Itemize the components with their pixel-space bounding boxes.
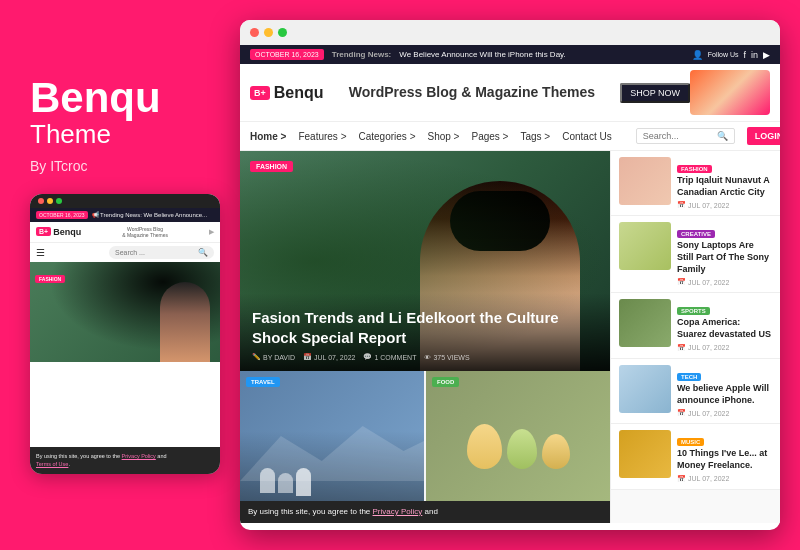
calendar-icon-3: 📅 xyxy=(677,409,686,417)
header-banner-graphic xyxy=(690,70,770,115)
mobile-header-icon: ▶ xyxy=(209,228,214,236)
sidebar-card-content-1: CREATIVE Sony Laptops Are Still Part Of … xyxy=(677,222,772,286)
hero-comments: 💬 1 COMMENT xyxy=(363,353,416,361)
mobile-hero-person xyxy=(160,282,210,362)
mobile-terms-link[interactable]: Terms of Use xyxy=(36,461,68,467)
calendar-icon-2: 📅 xyxy=(677,344,686,352)
sidebar-card-4[interactable]: MUSIC 10 Things I've Le... at Money Free… xyxy=(611,424,780,489)
hamburger-icon[interactable]: ☰ xyxy=(36,247,45,258)
articles-column: FASHION Fasion Trends and Li Edelkoort t… xyxy=(240,151,610,523)
news-ticker-bar: OCTOBER 16, 2023 Trending News: We Belie… xyxy=(240,45,780,64)
nav-search-box[interactable]: 🔍 xyxy=(636,128,735,144)
brand-subtitle: Theme xyxy=(30,119,240,150)
site-navigation: Home > Features > Categories > Shop > Pa… xyxy=(240,122,780,151)
nav-tags[interactable]: Tags > xyxy=(520,131,550,142)
site-logo-badge: B+ xyxy=(250,86,270,100)
mobile-cookie-bar: By using this site, you agree to the Pri… xyxy=(30,447,220,474)
browser-dot-yellow[interactable] xyxy=(264,28,273,37)
site-logo-name: Benqu xyxy=(274,84,324,102)
mobile-search-bar[interactable]: 🔍 xyxy=(109,246,214,259)
views-icon: 👁 xyxy=(424,354,431,361)
sidebar-card-date-2: 📅 JUL 07, 2022 xyxy=(677,344,772,352)
nav-features[interactable]: Features > xyxy=(298,131,346,142)
calendar-icon-1: 📅 xyxy=(677,278,686,286)
search-icon: 🔍 xyxy=(717,131,728,141)
mobile-privacy-link[interactable]: Privacy Policy xyxy=(122,453,156,459)
hero-author: ✏️ BY DAVID xyxy=(252,353,295,361)
main-content: FASHION Fasion Trends and Li Edelkoort t… xyxy=(240,151,780,523)
mobile-news-badge: OCTOBER 16, 2023 xyxy=(36,211,88,219)
mobile-logo-text: Benqu xyxy=(53,227,81,237)
site-header-center: WordPress Blog & Magazine Themes xyxy=(324,84,621,101)
nav-categories[interactable]: Categories > xyxy=(359,131,416,142)
hero-views: 👁 375 VIEWS xyxy=(424,354,469,361)
sidebar-card-0[interactable]: FASHION Trip Iqaluit Nunavut A Canadian … xyxy=(611,151,780,216)
hero-date: 📅 JUL 07, 2022 xyxy=(303,353,355,361)
sidebar-card-title-2: Copa America: Suarez devastated US xyxy=(677,317,772,340)
sidebar-cat-badge-4: MUSIC xyxy=(677,438,704,446)
sidebar-card-content-4: MUSIC 10 Things I've Le... at Money Free… xyxy=(677,430,772,482)
nav-shop[interactable]: Shop > xyxy=(427,131,459,142)
mobile-hero-image: FASHION xyxy=(30,262,220,362)
sidebar-card-content-2: SPORTS Copa America: Suarez devastated U… xyxy=(677,299,772,351)
sidebar-card-date-3: 📅 JUL 07, 2022 xyxy=(677,409,772,417)
browser-content: OCTOBER 16, 2023 Trending News: We Belie… xyxy=(240,45,780,523)
sidebar-card-1[interactable]: CREATIVE Sony Laptops Are Still Part Of … xyxy=(611,216,780,293)
mobile-header: B+ Benqu WordPress Blog& Magazine Themes… xyxy=(30,222,220,243)
small-article-travel[interactable]: TRAVEL xyxy=(240,371,424,501)
nav-contact[interactable]: Contact Us xyxy=(562,131,611,142)
hero-article[interactable]: FASHION Fasion Trends and Li Edelkoort t… xyxy=(240,151,610,371)
youtube-icon[interactable]: ▶ xyxy=(763,50,770,60)
mobile-logo: B+ Benqu xyxy=(36,227,81,237)
news-date-badge: OCTOBER 16, 2023 xyxy=(250,49,324,60)
sidebar-card-3[interactable]: TECH We believe Apple Will announce iPho… xyxy=(611,359,780,424)
mobile-header-tagline: WordPress Blog& Magazine Themes xyxy=(122,226,168,238)
author-icon: ✏️ xyxy=(252,353,261,361)
sidebar-card-title-1: Sony Laptops Are Still Part Of The Sony … xyxy=(677,240,772,275)
sidebar-thumb-4 xyxy=(619,430,671,478)
mobile-search-input[interactable] xyxy=(115,249,195,256)
mobile-dot-yellow xyxy=(47,198,53,204)
food-items xyxy=(426,371,610,501)
mobile-top-bar xyxy=(30,194,220,208)
user-icon: 👤 xyxy=(692,50,703,60)
nav-home[interactable]: Home > xyxy=(250,131,286,142)
sidebar-cat-badge-2: SPORTS xyxy=(677,307,710,315)
sidebar: FASHION Trip Iqaluit Nunavut A Canadian … xyxy=(610,151,780,523)
instagram-icon[interactable]: in xyxy=(751,50,758,60)
shop-now-button[interactable]: SHOP NOW xyxy=(620,83,690,103)
hero-meta: ✏️ BY DAVID 📅 JUL 07, 2022 💬 1 COMMENT xyxy=(252,353,598,361)
mobile-mockup: OCTOBER 16, 2023 📢 Trending News: We Bel… xyxy=(30,194,220,474)
comment-icon: 💬 xyxy=(363,353,372,361)
browser-dot-red[interactable] xyxy=(250,28,259,37)
travel-badge: TRAVEL xyxy=(246,377,280,387)
browser-dot-green[interactable] xyxy=(278,28,287,37)
browser-chrome xyxy=(240,20,780,45)
privacy-policy-link[interactable]: Privacy Policy xyxy=(373,507,423,516)
small-article-food[interactable]: FOOD xyxy=(426,371,610,501)
mobile-cookie-text1: By using this site, you agree to the xyxy=(36,453,122,459)
sidebar-thumb-2 xyxy=(619,299,671,347)
nav-pages[interactable]: Pages > xyxy=(471,131,508,142)
mobile-news-bar: OCTOBER 16, 2023 📢 Trending News: We Bel… xyxy=(30,208,220,222)
nav-search-input[interactable] xyxy=(643,131,713,141)
browser-cookie-bar: By using this site, you agree to the Pri… xyxy=(240,501,610,523)
sidebar-card-title-4: 10 Things I've Le... at Money Freelance. xyxy=(677,448,772,471)
news-social-icons: 👤 Follow Us f in ▶ xyxy=(692,50,770,60)
hero-overlay: Fasion Trends and Li Edelkoort the Cultu… xyxy=(240,293,610,371)
mobile-news-text: 📢 Trending News: We Believe Announce... xyxy=(92,211,208,218)
hero-category-badge: FASHION xyxy=(250,161,293,172)
sidebar-card-title-0: Trip Iqaluit Nunavut A Canadian Arctic C… xyxy=(677,175,772,198)
date-icon: 📅 xyxy=(303,353,312,361)
by-line: By ITcroc xyxy=(30,158,240,174)
login-button[interactable]: LOGIN xyxy=(747,127,780,145)
sidebar-cat-badge-1: CREATIVE xyxy=(677,230,715,238)
left-panel: Benqu Theme By ITcroc OCTOBER 16, 2023 📢… xyxy=(20,77,240,474)
sidebar-cat-badge-0: FASHION xyxy=(677,165,712,173)
calendar-icon-0: 📅 xyxy=(677,201,686,209)
mobile-search-icon: 🔍 xyxy=(198,248,208,257)
sidebar-card-2[interactable]: SPORTS Copa America: Suarez devastated U… xyxy=(611,293,780,358)
facebook-icon[interactable]: f xyxy=(743,50,746,60)
small-articles-row: TRAVEL xyxy=(240,371,610,501)
follow-text: Follow Us xyxy=(708,51,739,58)
